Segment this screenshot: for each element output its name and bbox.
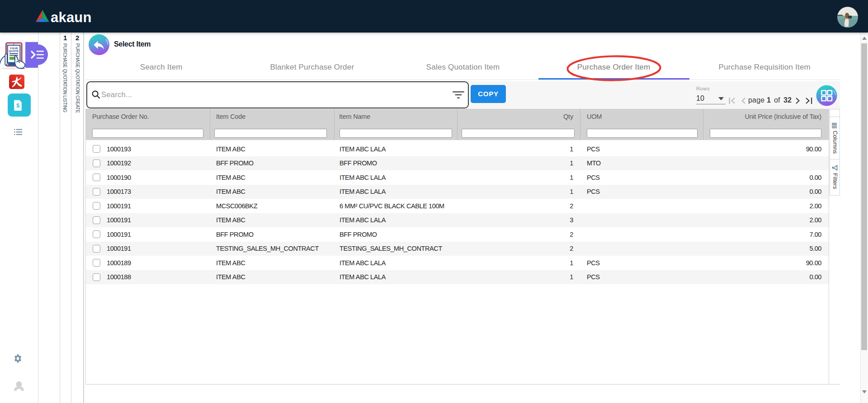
svg-text:$: $ — [16, 103, 19, 109]
svg-text:akaun: akaun — [51, 9, 92, 25]
svg-text:QUOTE: QUOTE — [9, 49, 19, 52]
